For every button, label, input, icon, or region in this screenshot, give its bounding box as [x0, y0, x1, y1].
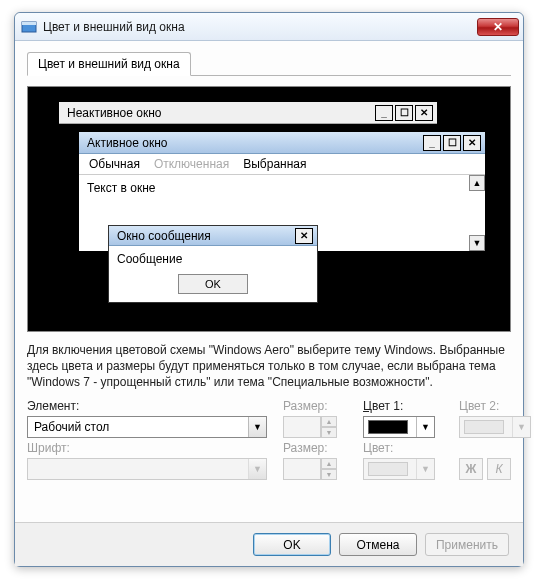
minimize-icon: _ [423, 135, 441, 151]
tab-appearance[interactable]: Цвет и внешний вид окна [27, 52, 191, 76]
cancel-button[interactable]: Отмена [339, 533, 417, 556]
scroll-down-icon: ▼ [469, 235, 485, 251]
color2-swatch [464, 420, 504, 434]
ok-button[interactable]: OK [253, 533, 331, 556]
font-color-picker: ▼ [363, 458, 435, 480]
preview-inactive-titlebar: Неактивное окно _ ☐ ✕ [59, 102, 437, 124]
preview-menu-selected: Выбранная [243, 157, 306, 171]
font-combobox: ▼ [27, 458, 267, 480]
preview-msg-title: Окно сообщения [117, 229, 295, 243]
maximize-icon: ☐ [443, 135, 461, 151]
apply-button: Применить [425, 533, 509, 556]
chevron-down-icon: ▼ [248, 417, 266, 437]
preview-window-text: Текст в окне [87, 181, 155, 195]
preview-menu-disabled: Отключенная [154, 157, 229, 171]
maximize-icon: ☐ [395, 105, 413, 121]
label-font-size: Размер: [283, 441, 347, 455]
preview-message-box: Окно сообщения ✕ Сообщение OK [108, 225, 318, 303]
tab-label: Цвет и внешний вид окна [38, 57, 180, 71]
scroll-up-icon: ▲ [469, 175, 485, 191]
preview-menu-normal: Обычная [89, 157, 140, 171]
dialog-footer: OK Отмена Применить [15, 522, 523, 566]
preview-msg-ok: OK [178, 274, 248, 294]
chevron-down-icon: ▼ [248, 459, 266, 479]
label-font-color: Цвет: [363, 441, 443, 455]
preview-active-titlebar: Активное окно _ ☐ ✕ [79, 132, 485, 154]
preview-msg-titlebar: Окно сообщения ✕ [109, 226, 317, 246]
preview-menu: Обычная Отключенная Выбранная [79, 154, 485, 175]
chevron-down-icon: ▼ [512, 417, 530, 437]
preview-active-title: Активное окно [87, 136, 423, 150]
content-area: Цвет и внешний вид окна Неактивное окно … [15, 41, 523, 488]
close-icon: ✕ [463, 135, 481, 151]
element-size-input [283, 416, 321, 438]
preview-inactive-title: Неактивное окно [67, 106, 375, 120]
font-size-input [283, 458, 321, 480]
minimize-icon: _ [375, 105, 393, 121]
label-font: Шрифт: [27, 441, 267, 455]
chevron-down-icon: ▼ [416, 417, 434, 437]
close-icon: ✕ [493, 20, 503, 34]
font-size-spinner: ▲▼ [283, 458, 337, 480]
close-icon: ✕ [415, 105, 433, 121]
close-button[interactable]: ✕ [477, 18, 519, 36]
preview-pane: Неактивное окно _ ☐ ✕ Активное окно _ ☐ … [27, 86, 511, 332]
titlebar: Цвет и внешний вид окна ✕ [15, 13, 523, 41]
spin-up-icon: ▲ [321, 458, 337, 469]
spin-down-icon: ▼ [321, 427, 337, 438]
italic-button: К [487, 458, 511, 480]
tab-bar: Цвет и внешний вид окна [27, 51, 511, 76]
bold-button: Ж [459, 458, 483, 480]
label-element: Элемент: [27, 399, 267, 413]
color1-swatch [368, 420, 408, 434]
label-color1: Цвет 1: [363, 399, 443, 413]
close-icon: ✕ [295, 228, 313, 244]
element-value: Рабочий стол [34, 420, 109, 434]
spin-down-icon: ▼ [321, 469, 337, 480]
font-color-swatch [368, 462, 408, 476]
description-text: Для включения цветовой схемы "Windows Ae… [27, 342, 511, 391]
preview-inactive-window: Неактивное окно _ ☐ ✕ [58, 101, 438, 125]
app-icon [21, 19, 37, 35]
color1-picker[interactable]: ▼ [363, 416, 435, 438]
color2-picker: ▼ [459, 416, 531, 438]
label-size: Размер: [283, 399, 347, 413]
dialog-window: Цвет и внешний вид окна ✕ Цвет и внешний… [14, 12, 524, 567]
chevron-down-icon: ▼ [416, 459, 434, 479]
fields-grid: Элемент: Размер: Цвет 1: Цвет 2: Рабочий… [27, 399, 511, 480]
spin-up-icon: ▲ [321, 416, 337, 427]
font-style-buttons: Ж К [459, 458, 519, 480]
label-color2: Цвет 2: [459, 399, 519, 413]
element-combobox[interactable]: Рабочий стол ▼ [27, 416, 267, 438]
element-size-spinner: ▲▼ [283, 416, 337, 438]
window-title: Цвет и внешний вид окна [43, 20, 477, 34]
svg-rect-1 [22, 22, 36, 25]
preview-msg-text: Сообщение [109, 246, 317, 270]
